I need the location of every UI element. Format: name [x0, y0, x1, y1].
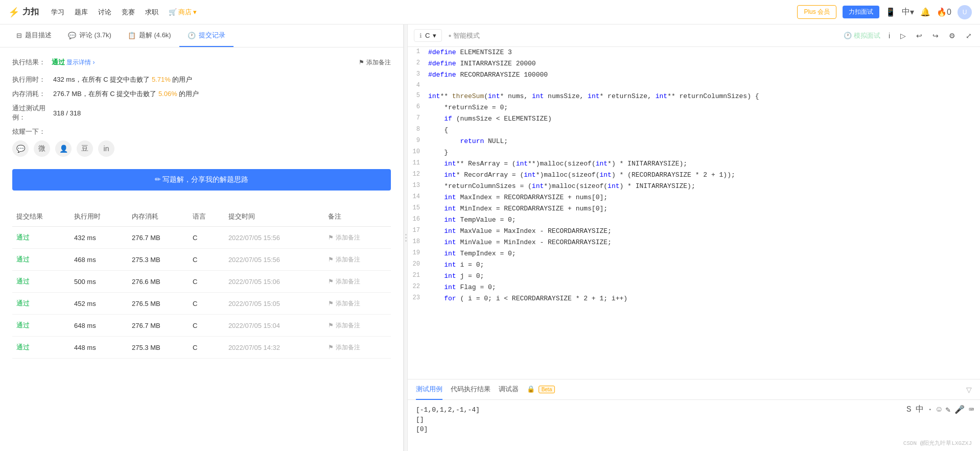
tab-solutions[interactable]: 📋 题解 (4.6k)	[120, 25, 179, 47]
line-number: 22	[408, 282, 428, 290]
line-number: 2	[408, 58, 428, 66]
nav-learn[interactable]: 学习	[51, 8, 64, 17]
description-icon: ⊟	[16, 32, 22, 39]
line-content: *returnSize = 0;	[428, 102, 980, 113]
edit-icon[interactable]: ✎	[946, 405, 951, 415]
tab-submissions[interactable]: 🕐 提交记录	[179, 25, 234, 47]
dot-icon[interactable]: ·	[928, 405, 933, 414]
undo-button[interactable]: ↩	[914, 30, 924, 42]
code-line: 1 #define ELEMENTSIZE 3	[408, 47, 980, 58]
lang-cell: C	[189, 227, 224, 249]
clock-icon: 🕐	[844, 32, 852, 39]
nav-shop[interactable]: 🛒 商店 ▾	[169, 8, 197, 17]
line-content: for ( i = 0; i < RECORDARRAYSIZE * 2 + 1…	[428, 293, 980, 304]
line-content: int MaxValue = MaxIndex - RECORDARRAYSIZ…	[428, 226, 980, 237]
submit-time-cell: 2022/07/05 15:04	[224, 315, 324, 337]
line-number: 11	[408, 158, 428, 167]
add-note-cell[interactable]: ⚑ 添加备注	[328, 255, 387, 264]
submit-time-cell: 2022/07/05 15:56	[224, 249, 324, 271]
result-detail-link[interactable]: 显示详情 ›	[66, 59, 95, 66]
device-icon[interactable]: 📱	[885, 7, 896, 17]
tab-execution-result[interactable]: 代码执行结果	[451, 379, 491, 400]
notification-icon[interactable]: 🔔	[920, 7, 930, 17]
tab-test-cases[interactable]: 测试用例	[416, 379, 442, 400]
table-row[interactable]: 通过 448 ms 275.3 MB C 2022/07/05 14:32 ⚑ …	[12, 337, 391, 359]
lang-cell: C	[189, 249, 224, 271]
lang-cell: C	[189, 337, 224, 359]
stat-cases: 通过测试用例： 318 / 318	[12, 104, 391, 122]
status-cell[interactable]: 通过	[16, 321, 30, 329]
flag-icon: ⚑	[359, 59, 364, 66]
add-note-button[interactable]: ⚑ 添加备注	[359, 58, 391, 67]
font-size-button[interactable]: 中 ▾	[902, 7, 914, 17]
test-input-line: [-1,0,1,2,-1,-4]	[416, 406, 972, 414]
status-cell[interactable]: 通过	[16, 343, 30, 351]
plus-button[interactable]: Plus 会员	[797, 5, 836, 19]
add-note-cell[interactable]: ⚑ 添加备注	[328, 321, 387, 330]
weibo-icon[interactable]: 微	[34, 140, 50, 157]
status-cell[interactable]: 通过	[16, 255, 30, 263]
code-line: 3 #define RECORDARRAYSIZE 100000	[408, 69, 980, 81]
user-icon[interactable]: 👤	[55, 140, 72, 157]
info-button[interactable]: i	[886, 30, 892, 42]
table-row[interactable]: 通过 452 ms 276.5 MB C 2022/07/05 15:05 ⚑ …	[12, 293, 391, 315]
settings-button[interactable]: ⚙	[947, 30, 958, 42]
mic-icon[interactable]: 🎤	[954, 405, 965, 415]
lang-cell: C	[189, 271, 224, 293]
status-cell[interactable]: 通过	[16, 277, 30, 285]
redo-button[interactable]: ↪	[930, 30, 941, 42]
stat-cases-label: 通过测试用例：	[12, 104, 53, 122]
table-row[interactable]: 通过 648 ms 276.7 MB C 2022/07/05 15:04 ⚑ …	[12, 315, 391, 337]
table-row[interactable]: 通过 500 ms 276.6 MB C 2022/07/05 15:06 ⚑ …	[12, 271, 391, 293]
nav-discuss[interactable]: 讨论	[98, 8, 111, 17]
expand-button[interactable]: ⤢	[964, 30, 974, 42]
interview-button[interactable]: 力扣面试	[843, 6, 879, 18]
logo[interactable]: ⚡ 力扣	[8, 7, 39, 18]
status-cell[interactable]: 通过	[16, 233, 30, 241]
editor-header: ℹ C ▾ ● 智能模式 🕐 模拟面试 i ▷ ↩ ↪ ⚙ ⤢	[408, 25, 980, 47]
nav-problems[interactable]: 题库	[75, 8, 88, 17]
code-line: 5 int** threeSum(int* nums, int numsSize…	[408, 91, 980, 102]
add-note-cell[interactable]: ⚑ 添加备注	[328, 233, 387, 242]
left-content: 执行结果： 通过 显示详情 › ⚑ 添加备注 执行用时： 432 ms，在所有 …	[0, 48, 403, 451]
emoji-icon[interactable]: ☺	[937, 405, 942, 414]
chevron-up-icon[interactable]: ▽	[966, 386, 972, 394]
mock-interview-button[interactable]: 🕐 模拟面试	[844, 31, 880, 40]
line-content: {	[428, 125, 980, 136]
stat-memory: 内存消耗： 276.7 MB，在所有 C 提交中击败了 5.06% 的用户	[12, 89, 391, 99]
line-number: 10	[408, 147, 428, 155]
tabs-bar: ⊟ 题目描述 💬 评论 (3.7k) 📋 题解 (4.6k) 🕐 提交记录	[0, 25, 403, 48]
douban-icon[interactable]: 豆	[77, 140, 93, 157]
keyboard-icon[interactable]: ⌨	[969, 405, 974, 415]
add-note-cell[interactable]: ⚑ 添加备注	[328, 277, 387, 286]
table-row[interactable]: 通过 432 ms 276.7 MB C 2022/07/05 15:56 ⚑ …	[12, 227, 391, 249]
chinese-icon[interactable]: 中	[916, 404, 924, 415]
tab-comments[interactable]: 💬 评论 (3.7k)	[60, 25, 120, 47]
linkedin-icon[interactable]: in	[98, 140, 114, 157]
line-content: *returnColumnSizes = (int*)malloc(sizeof…	[428, 181, 980, 192]
nav-jobs[interactable]: 求职	[145, 8, 158, 17]
lang-cell: C	[189, 293, 224, 315]
language-selector[interactable]: ℹ C ▾	[414, 29, 442, 42]
status-cell[interactable]: 通过	[16, 299, 30, 307]
avatar[interactable]: U	[958, 5, 972, 19]
tab-debugger[interactable]: 调试器	[499, 379, 519, 400]
code-editor[interactable]: 1 #define ELEMENTSIZE 3 2 #define INITAR…	[408, 47, 980, 379]
table-row[interactable]: 通过 468 ms 275.3 MB C 2022/07/05 15:56 ⚑ …	[12, 249, 391, 271]
panel-divider[interactable]	[404, 25, 408, 451]
write-solution-button[interactable]: ✏ 写题解，分享我的解题思路	[12, 169, 391, 191]
share-label: 炫耀一下：	[12, 127, 391, 136]
run-button[interactable]: ▷	[898, 30, 908, 42]
add-note-cell[interactable]: ⚑ 添加备注	[328, 343, 387, 352]
line-number: 4	[408, 81, 428, 89]
line-number: 6	[408, 102, 428, 110]
nav-contest[interactable]: 竞赛	[122, 8, 135, 17]
tab-beta[interactable]: 🔒 Beta	[527, 380, 555, 399]
wechat-icon[interactable]: 💬	[12, 140, 29, 157]
social-icons: 💬 微 👤 豆 in	[12, 140, 391, 157]
add-note-cell[interactable]: ⚑ 添加备注	[328, 299, 387, 308]
fire-icon[interactable]: 🔥 0	[937, 7, 951, 17]
collapse-button[interactable]: ▽	[966, 386, 972, 394]
sogou-icon[interactable]: S	[906, 405, 912, 414]
tab-description[interactable]: ⊟ 题目描述	[8, 25, 60, 47]
